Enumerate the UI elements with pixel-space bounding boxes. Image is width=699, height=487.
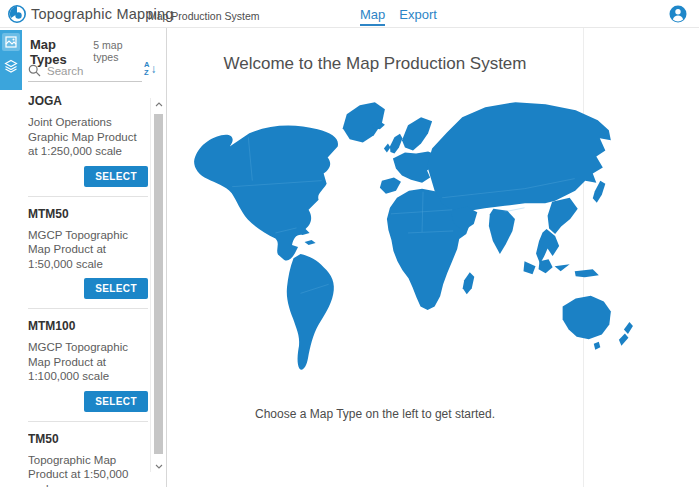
- map-type-description: Joint Operations Graphic Map Product at …: [28, 115, 148, 159]
- header-tabs: Map Export: [360, 0, 437, 28]
- select-button-mtm50[interactable]: SELECT: [84, 278, 148, 299]
- chevron-up-icon[interactable]: [153, 98, 164, 110]
- scrollbar-thumb[interactable]: [154, 114, 163, 454]
- search-icon: [28, 64, 41, 77]
- map-types-panel: Map Types 5 map types A Z ↓ JOGA Joint O: [0, 28, 167, 487]
- map-type-description: Topographic Map Product at 1:50,000 scal…: [28, 453, 148, 487]
- app-header: Topographic Mapping Map Production Syste…: [0, 0, 699, 28]
- sort-letter-z: Z: [144, 69, 149, 77]
- list-item-joga: JOGA Joint Operations Graphic Map Produc…: [28, 84, 148, 196]
- layers-icon[interactable]: [2, 57, 20, 75]
- tab-map[interactable]: Map: [360, 0, 385, 28]
- search-input[interactable]: [47, 65, 133, 77]
- select-button-joga[interactable]: SELECT: [84, 166, 148, 187]
- map-icon[interactable]: [2, 33, 20, 51]
- world-map: [173, 82, 645, 394]
- select-button-mtm100[interactable]: SELECT: [84, 391, 148, 412]
- map-type-description: MGCP Topographic Map Product at 1:100,00…: [28, 340, 148, 384]
- app-subtitle: Map Production System: [148, 10, 259, 22]
- side-toolstrip: [0, 30, 22, 90]
- globe-logo-icon: [8, 5, 26, 23]
- welcome-title: Welcome to the Map Production System: [167, 54, 583, 74]
- list-item-tm50: TM50 Topographic Map Product at 1:50,000…: [28, 421, 148, 487]
- instruction-text: Choose a Map Type on the left to get sta…: [167, 407, 583, 421]
- sort-arrow: ↓: [150, 63, 156, 75]
- search-row: [28, 60, 142, 82]
- user-avatar-icon[interactable]: [669, 5, 687, 23]
- sort-az-icon[interactable]: A Z ↓: [144, 58, 164, 80]
- sidebar-scrollbar: [150, 98, 164, 472]
- tab-export[interactable]: Export: [399, 0, 437, 28]
- map-type-name: MTM100: [28, 317, 148, 333]
- list-item-mtm100: MTM100 MGCP Topographic Map Product at 1…: [28, 308, 148, 421]
- map-type-name: JOGA: [28, 92, 148, 108]
- list-item-mtm50: MTM50 MGCP Topographic Map Product at 1:…: [28, 196, 148, 309]
- map-type-name: MTM50: [28, 205, 148, 221]
- map-type-name: TM50: [28, 430, 148, 446]
- map-type-list: JOGA Joint Operations Graphic Map Produc…: [28, 84, 148, 487]
- map-type-description: MGCP Topographic Map Product at 1:50,000…: [28, 228, 148, 272]
- app-window: Topographic Mapping Map Production Syste…: [0, 0, 699, 487]
- main-content: Welcome to the Map Production System: [167, 28, 699, 487]
- chevron-down-icon[interactable]: [153, 460, 164, 472]
